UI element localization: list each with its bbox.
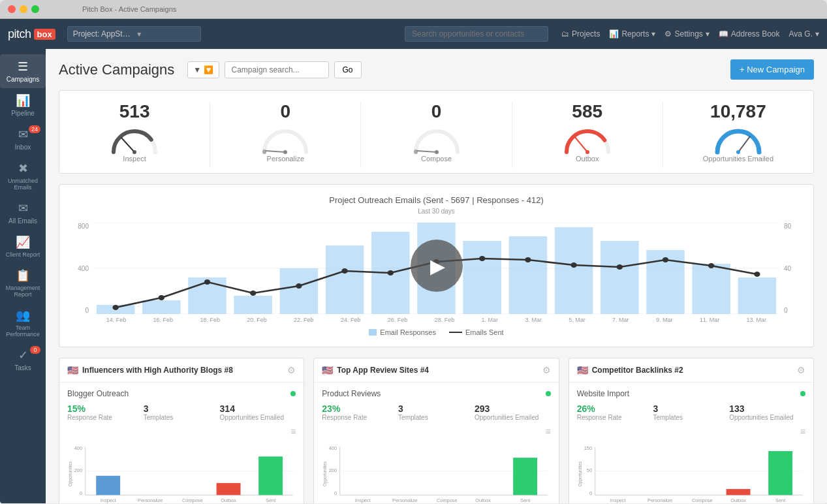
close-button[interactable] <box>8 5 16 13</box>
opportunities-value-2: 293 <box>475 403 551 414</box>
svg-text:Opportunities: Opportunities <box>323 462 328 486</box>
card-2-templates: 3 Templates <box>398 403 475 421</box>
chart-legend: Email Responses Emails Sent <box>70 328 803 336</box>
filter-button[interactable]: ▼ 🔽 <box>187 61 219 78</box>
sidebar-item-management-report[interactable]: 📋 Management Report <box>0 263 46 303</box>
sidebar: ☰ Campaigns 📊 Pipeline ✉ Inbox 24 ✖ Unma… <box>0 49 46 503</box>
go-button[interactable]: Go <box>334 61 362 78</box>
svg-text:400: 400 <box>329 445 337 451</box>
campaign-name-row-3: Website Import <box>577 389 805 398</box>
inspect-gauge <box>108 126 161 155</box>
nav-projects[interactable]: 🗂 Projects <box>561 29 600 39</box>
chart-y-axis-right: 80 40 0 <box>780 223 803 314</box>
card-1-response-rate: 15% Response Rate <box>67 403 144 421</box>
svg-line-6 <box>574 136 587 152</box>
logo-box: box <box>34 29 55 40</box>
chart-menu-icon-2[interactable]: ≡ <box>545 426 550 437</box>
project-selector[interactable]: Project: AppStars Influencer O... ▼ <box>67 26 201 42</box>
status-dot-3 <box>800 391 805 396</box>
campaign-card-3: 🇺🇸 Competitor Backlinks #2 ⚙ Website Imp… <box>569 358 814 503</box>
opportunities-label: Opportunities Emailed <box>703 155 773 163</box>
inbox-icon: ✉ <box>18 127 28 142</box>
outbox-label: Outbox <box>576 155 599 163</box>
svg-point-3 <box>283 150 287 154</box>
legend-sent: Emails Sent <box>449 328 504 336</box>
svg-rect-51 <box>258 456 283 495</box>
campaign-card-1: 🇺🇸 Influencers with High Authority Blogs… <box>59 358 304 503</box>
sidebar-item-tasks[interactable]: ✓ Tasks 0 <box>0 343 46 377</box>
svg-text:Sent: Sent <box>266 497 275 503</box>
card-2-opportunities: 293 Opportunities Emailed <box>475 403 551 421</box>
window-title: Pitch Box - Active Campaigns <box>82 5 176 13</box>
response-rate-value-3: 26% <box>577 403 653 414</box>
opportunities-value-1: 314 <box>220 403 296 414</box>
campaign-search-input[interactable] <box>225 61 329 78</box>
svg-point-9 <box>736 150 740 154</box>
card-1-settings-icon[interactable]: ⚙ <box>287 365 296 375</box>
svg-point-42 <box>754 272 760 277</box>
response-rate-value-1: 15% <box>67 403 144 414</box>
sidebar-item-pipeline[interactable]: 📊 Pipeline <box>0 88 46 122</box>
card-1-chart: ≡ 400 200 0 <box>67 426 296 503</box>
all-emails-icon: ✉ <box>18 201 28 215</box>
app-container: pitch box Project: AppStars Influencer O… <box>0 19 827 503</box>
page-title: Active Campaigns <box>59 61 174 78</box>
svg-rect-18 <box>326 245 364 314</box>
stat-opportunities: 10,787 Opportunities Emailed <box>663 101 813 168</box>
sidebar-item-campaigns[interactable]: ☰ Campaigns <box>0 54 46 88</box>
flag-icon-1: 🇺🇸 <box>67 365 78 375</box>
nav-user[interactable]: Ava G. ▾ <box>789 29 819 39</box>
svg-rect-17 <box>280 268 319 314</box>
svg-text:Outbox: Outbox <box>730 497 746 503</box>
svg-text:Opportunities: Opportunities <box>68 462 73 486</box>
card-2-stats: 23% Response Rate 3 Templates 293 Opport… <box>322 403 550 421</box>
new-campaign-button[interactable]: + New Campaign <box>730 59 814 80</box>
campaign-name-row-1: Blogger Outreach <box>67 389 296 398</box>
legend-bar-icon <box>369 329 377 336</box>
svg-rect-21 <box>463 241 501 314</box>
nav-address-book[interactable]: 📖 Address Book <box>719 29 780 39</box>
svg-rect-24 <box>601 241 639 314</box>
global-search-input[interactable] <box>405 26 548 42</box>
svg-point-34 <box>388 270 394 276</box>
tasks-icon: ✓ <box>18 348 28 362</box>
tasks-badge: 0 <box>30 346 40 354</box>
sidebar-item-team-performance[interactable]: 👥 Team Performance <box>0 303 46 343</box>
svg-line-4 <box>417 151 437 152</box>
chart-menu-icon-3[interactable]: ≡ <box>800 426 805 437</box>
svg-rect-22 <box>509 236 548 314</box>
card-2-settings-icon[interactable]: ⚙ <box>542 365 551 375</box>
outbox-gauge <box>561 126 614 155</box>
svg-point-5 <box>435 150 439 154</box>
management-report-icon: 📋 <box>16 268 30 283</box>
inbox-badge: 24 <box>29 125 40 133</box>
video-play-button[interactable]: ▶ <box>411 240 463 292</box>
chart-menu-icon-1[interactable]: ≡ <box>290 426 296 437</box>
sidebar-item-all-emails[interactable]: ✉ All Emails <box>0 196 46 230</box>
card-3-settings-icon[interactable]: ⚙ <box>797 365 805 375</box>
nav-settings[interactable]: ⚙ Settings ▾ <box>664 29 709 39</box>
client-report-icon: 📈 <box>16 235 30 249</box>
sidebar-item-unmatched[interactable]: ✖ Unmatched Emails <box>0 156 46 196</box>
sidebar-item-client-report[interactable]: 📈 Client Report <box>0 230 46 263</box>
project-name: Project: AppStars Influencer O... <box>73 29 133 39</box>
campaigns-row: 🇺🇸 Influencers with High Authority Blogs… <box>59 358 814 503</box>
templates-value-3: 3 <box>653 403 729 414</box>
card-2-body: Product Reviews 23% Response Rate 3 Temp… <box>314 383 558 503</box>
nav-reports[interactable]: 📊 Reports ▾ <box>609 29 655 39</box>
opportunities-value-3: 133 <box>729 403 805 414</box>
page-header: Active Campaigns ▼ 🔽 Go + New Campaign <box>59 59 814 80</box>
svg-point-32 <box>296 283 302 289</box>
chart-section: Project Outreach Emails (Sent - 5697 | R… <box>59 184 814 347</box>
sidebar-item-inbox[interactable]: ✉ Inbox 24 <box>0 122 46 156</box>
inspect-label: Inspect <box>123 155 146 163</box>
personalize-label: Personalize <box>267 155 304 163</box>
svg-line-0 <box>121 138 134 152</box>
svg-rect-64 <box>513 458 537 495</box>
svg-point-28 <box>112 305 118 310</box>
svg-rect-49 <box>96 476 120 496</box>
card-2-mini-chart: 400 200 0 Inspect Personalize Compose Ou… <box>322 438 550 503</box>
minimize-button[interactable] <box>20 5 27 13</box>
card-1-header: 🇺🇸 Influencers with High Authority Blogs… <box>59 358 304 383</box>
maximize-button[interactable] <box>31 5 39 13</box>
